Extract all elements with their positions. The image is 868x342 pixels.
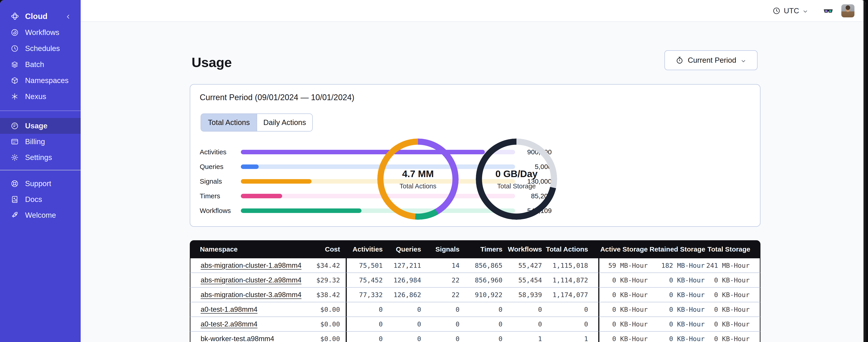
tab-daily-actions[interactable]: Daily Actions <box>257 114 312 131</box>
value-cell: 0 <box>423 317 461 332</box>
sidebar-item-schedules[interactable]: Schedules <box>0 40 81 57</box>
value-cell: 0 KB-Hour <box>598 302 650 317</box>
nexus-icon <box>11 93 19 101</box>
value-cell: 59 MB-Hour <box>598 258 650 273</box>
topbar-controls: UTC <box>772 0 859 22</box>
timezone-selector[interactable]: UTC <box>772 6 808 15</box>
brand-label: Cloud <box>25 12 48 21</box>
dev-glasses-button[interactable] <box>823 6 834 16</box>
column-header-signals: Signals <box>423 240 461 258</box>
period-selector-label: Current Period <box>688 56 736 65</box>
value-cell: 0 KB-Hour <box>650 332 706 342</box>
value-cell: 0 <box>346 317 384 332</box>
namespace-cell: abs-migration-cluster-3.a98mm4 <box>190 287 291 302</box>
value-cell: 0 KB-Hour <box>650 287 706 302</box>
sidebar-divider <box>0 170 81 170</box>
value-cell: $0.00 <box>291 317 346 332</box>
actions-tabs: Total Actions Daily Actions <box>200 113 313 132</box>
value-cell: 0 KB-Hour <box>598 273 650 287</box>
sidebar-item-label: Docs <box>25 195 42 204</box>
sidebar-item-welcome[interactable]: Welcome <box>0 207 81 223</box>
value-cell: 0 <box>544 302 598 317</box>
tab-total-actions[interactable]: Total Actions <box>201 114 257 131</box>
value-cell: 0 <box>544 317 598 332</box>
sidebar-item-label: Workflows <box>25 28 59 37</box>
value-cell: 55,427 <box>504 258 544 273</box>
value-cell: 182 MB-Hour <box>650 258 706 273</box>
column-header-activities: Activities <box>346 240 384 258</box>
sidebar-nav: WorkflowsSchedulesBatchNamespacesNexus U… <box>0 24 81 223</box>
topbar: UTC <box>81 0 864 22</box>
namespace-link[interactable]: abs-migration-cluster-2.a98mm4 <box>200 276 301 284</box>
sidebar-item-billing[interactable]: Billing <box>0 134 81 149</box>
value-cell: 0 <box>384 332 423 342</box>
value-cell: 0 <box>346 302 384 317</box>
sidebar-item-namespaces[interactable]: Namespaces <box>0 72 81 89</box>
sidebar-item-workflows[interactable]: Workflows <box>0 24 81 40</box>
sidebar: Cloud WorkflowsSchedulesBatchNamespacesN… <box>0 0 81 342</box>
donut-label: Total Actions <box>400 182 436 190</box>
column-header-workflows: Workflows <box>504 240 544 258</box>
value-cell: 0 KB-Hour <box>706 302 761 317</box>
chevron-down-icon <box>802 8 808 14</box>
value-cell: 0 KB-Hour <box>598 287 650 302</box>
value-cell: 0 <box>423 332 461 342</box>
user-avatar[interactable] <box>841 4 855 18</box>
namespace-cell: abs-migration-cluster-2.a98mm4 <box>190 273 291 287</box>
value-cell: 0 <box>384 317 423 332</box>
sidebar-item-nexus[interactable]: Nexus <box>0 89 81 104</box>
value-cell: 0 KB-Hour <box>598 317 650 332</box>
value-cell: 1 <box>504 332 544 342</box>
sidebar-item-docs[interactable]: Docs <box>0 192 81 207</box>
value-cell: 75,501 <box>346 258 384 273</box>
column-header-total-storage: Total Storage <box>706 240 761 258</box>
namespace-link[interactable]: a0-test-2.a98mm4 <box>200 320 257 328</box>
value-cell: 0 <box>346 332 384 342</box>
period-selector-button[interactable]: Current Period <box>664 50 757 70</box>
donut-label: Total Storage <box>497 182 536 190</box>
bar-label: Timers <box>200 192 241 200</box>
table-row: abs-migration-cluster-3.a98mm4$38.4277,3… <box>190 287 761 302</box>
sidebar-brand[interactable]: Cloud <box>0 8 81 24</box>
bar-fill <box>241 194 282 198</box>
namespace-link[interactable]: abs-migration-cluster-3.a98mm4 <box>200 291 301 299</box>
namespace-link[interactable]: abs-migration-cluster-1.a98mm4 <box>200 262 301 269</box>
table-row: a0-test-2.a98mm4$0.000000000 KB-Hour0 KB… <box>190 317 761 332</box>
sidebar-item-label: Schedules <box>25 44 60 53</box>
table-row: a0-test-1.a98mm4$0.000000000 KB-Hour0 KB… <box>190 302 761 317</box>
sidebar-item-usage[interactable]: Usage <box>0 118 81 134</box>
namespace-link[interactable]: a0-test-1.a98mm4 <box>200 305 257 313</box>
namespace-link[interactable]: bk-worker-test.a98mm4 <box>200 335 274 342</box>
value-cell: 0 KB-Hour <box>650 302 706 317</box>
sidebar-item-label: Nexus <box>25 92 46 101</box>
bar-label: Workflows <box>200 207 241 214</box>
glasses-icon <box>823 13 834 16</box>
total-actions-donut: 4.7 MM Total Actions <box>377 138 459 220</box>
value-cell: 22 <box>423 287 461 302</box>
value-cell: 126,862 <box>384 287 423 302</box>
donut-value: 0 GB/Day <box>495 169 538 179</box>
sidebar-item-support[interactable]: Support <box>0 176 81 192</box>
value-cell: 0 KB-Hour <box>650 273 706 287</box>
batch-icon <box>11 61 19 69</box>
value-cell: 0 <box>384 302 423 317</box>
value-cell: 241 MB-Hour <box>706 258 761 273</box>
namespace-cell: a0-test-1.a98mm4 <box>190 302 291 317</box>
namespace-cell: bk-worker-test.a98mm4 <box>190 332 291 342</box>
sidebar-collapse-button[interactable] <box>65 13 72 20</box>
value-cell: 0 KB-Hour <box>706 332 761 342</box>
value-cell: $0.00 <box>291 332 346 342</box>
sidebar-item-batch[interactable]: Batch <box>0 57 81 72</box>
clock-icon <box>772 7 781 15</box>
bar-label: Signals <box>200 177 241 185</box>
value-cell: 0 <box>461 302 504 317</box>
value-cell: 126,984 <box>384 273 423 287</box>
table-row: abs-migration-cluster-1.a98mm4$34.4275,5… <box>190 258 761 273</box>
value-cell: 0 KB-Hour <box>706 273 761 287</box>
column-header-timers: Timers <box>461 240 504 258</box>
page-title: Usage <box>192 56 232 69</box>
sidebar-item-label: Welcome <box>25 211 56 219</box>
billing-icon <box>11 138 19 146</box>
value-cell: 910,922 <box>461 287 504 302</box>
sidebar-item-settings[interactable]: Settings <box>0 149 81 165</box>
